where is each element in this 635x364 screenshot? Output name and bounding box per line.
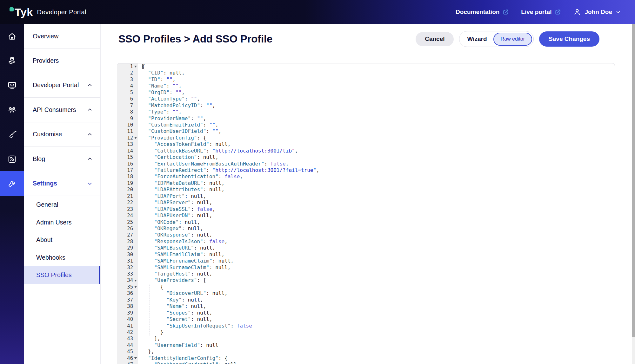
user-name: John Doe — [585, 9, 612, 16]
code-line-text[interactable]: "LDAPUseSSL": false, — [138, 206, 615, 212]
code-line-text[interactable]: "ExrtactUserNameFromBasicAuthHeader": fa… — [138, 161, 615, 167]
documentation-link[interactable]: Documentation — [456, 9, 509, 16]
code-line-text[interactable]: "OKResponse": null, — [138, 232, 615, 238]
editor-line: 36 "DiscoverURL": null, — [117, 290, 615, 296]
code-line-text[interactable]: "TargetHost": null, — [138, 271, 615, 277]
sidebar-item-overview[interactable]: Overview — [24, 24, 100, 49]
code-line-text[interactable]: "ActionType": "", — [138, 96, 615, 102]
rail-item-developer-portal[interactable] — [0, 73, 24, 98]
line-number-gutter: 21 — [117, 193, 138, 199]
code-line-text[interactable]: "Type": "", — [138, 109, 615, 115]
fold-zone — [133, 280, 138, 282]
sidebar-item-api-consumers[interactable]: API Consumers — [24, 98, 100, 122]
code-line-text[interactable]: "Scopes": null, — [138, 310, 615, 316]
sidebar-item-customise[interactable]: Customise — [24, 122, 100, 147]
rail-item-overview[interactable] — [0, 24, 24, 49]
code-line-text[interactable]: "ProviderConfig": { — [138, 135, 615, 141]
editor-line: 37 "Key": null, — [117, 297, 615, 303]
code-line-text[interactable]: "SAMLForenameClaim": null, — [138, 258, 615, 264]
code-line-text[interactable]: "Secret": null, — [138, 316, 615, 322]
vertical-scrollbar[interactable] — [632, 24, 635, 364]
sidebar-item-sso-profiles[interactable]: SSO Profiles — [24, 266, 100, 284]
code-line-text[interactable]: "OrgID": "", — [138, 89, 615, 96]
code-line-text[interactable]: "DashboardCredential": null — [138, 361, 615, 364]
fold-arrow-icon[interactable] — [134, 137, 137, 139]
sidebar-item-admin-users[interactable]: Admin Users — [24, 213, 100, 231]
editor-line: 41 "SkipUserInfoRequest": false — [117, 323, 615, 329]
code-line-text[interactable]: "ProviderName": "", — [138, 115, 615, 122]
save-changes-button[interactable]: Save Changes — [539, 31, 599, 47]
live-portal-link[interactable]: Live portal — [521, 9, 561, 16]
code-line-text[interactable]: "ResponseIsJson": false, — [138, 238, 615, 245]
code-line-text[interactable]: "CustomEmailField": "", — [138, 122, 615, 128]
code-line-text[interactable]: "OKRegex": null, — [138, 225, 615, 232]
code-line-text[interactable]: { — [138, 284, 615, 290]
code-line-text[interactable]: "ForceAuthentication": false, — [138, 173, 615, 180]
json-code-editor[interactable]: 1{2 "CID": null,3 "ID": "",4 "Name": "",… — [117, 63, 615, 364]
topbar: Tyk Developer Portal Documentation Live … — [0, 0, 635, 24]
code-line-text[interactable]: "DiscoverURL": null, — [138, 290, 615, 296]
line-number: 25 — [119, 219, 133, 225]
code-line-text[interactable]: "IdentityHandlerConfig": { — [138, 355, 615, 361]
code-line-text[interactable]: "Name": "", — [138, 83, 615, 89]
code-line-text[interactable]: ], — [138, 335, 615, 342]
code-line-text[interactable]: { — [138, 63, 615, 70]
code-line-text[interactable]: "MatchedPolicyID": "", — [138, 102, 615, 109]
code-line-text[interactable]: "CertLocation": null, — [138, 154, 615, 160]
editor-line: 40 "Secret": null, — [117, 316, 615, 322]
tyk-logo[interactable]: Tyk Developer Portal — [10, 7, 86, 17]
editor-line: 21 "LDAPPort": null, — [117, 193, 615, 199]
code-line-text[interactable]: "LDAPPort": null, — [138, 193, 615, 199]
fold-arrow-icon[interactable] — [134, 357, 137, 359]
line-number: 5 — [119, 89, 133, 96]
code-line-text[interactable]: "FailureRedirect": "http://localhost:300… — [138, 167, 615, 173]
line-number: 19 — [119, 180, 133, 186]
fold-arrow-icon[interactable] — [134, 280, 137, 282]
cancel-button[interactable]: Cancel — [416, 32, 454, 46]
code-line-text[interactable]: }, — [138, 348, 615, 355]
sidebar-item-label: Overview — [33, 33, 58, 40]
code-line-text[interactable]: "ID": "", — [138, 76, 615, 83]
code-line-text[interactable]: "CID": null, — [138, 70, 615, 76]
code-line-text[interactable]: "CallbackBaseURL": "http://localhost:300… — [138, 148, 615, 154]
line-number: 17 — [119, 167, 133, 173]
code-line-text[interactable]: "SAMLSurnameClaim": null, — [138, 264, 615, 271]
code-line-text[interactable]: "IDPMetaDataURL": null, — [138, 180, 615, 186]
sidebar-item-developer-portal[interactable]: Developer Portal — [24, 73, 100, 98]
chevron-up-icon — [87, 132, 92, 137]
code-line-text[interactable]: "Key": null, — [138, 297, 615, 303]
sidebar-item-settings[interactable]: Settings — [24, 171, 100, 196]
editor-line: 44 "UsernameField": null — [117, 342, 615, 348]
rail-item-blog[interactable] — [0, 147, 24, 171]
sidebar-item-general[interactable]: General — [24, 196, 100, 214]
code-line-text[interactable]: "UsernameField": null — [138, 342, 615, 348]
code-line-text[interactable]: "Name": null, — [138, 303, 615, 309]
sidebar-item-blog[interactable]: Blog — [24, 147, 100, 171]
code-line-text[interactable]: "SkipUserInfoRequest": false — [138, 323, 615, 329]
code-line-text[interactable]: "SAMLBaseURL": null, — [138, 245, 615, 251]
fold-arrow-icon[interactable] — [134, 286, 137, 288]
code-line-text[interactable]: "LDAPUserDN": null, — [138, 212, 615, 219]
code-line-text[interactable]: "UseProviders": [ — [138, 277, 615, 283]
fold-arrow-icon[interactable] — [134, 66, 137, 68]
rail-item-providers[interactable] — [0, 49, 24, 73]
code-line-text[interactable]: "CustomUserIDField": "", — [138, 128, 615, 134]
code-line-text[interactable]: "LDAPAttributes": null, — [138, 186, 615, 193]
scrollbar-thumb[interactable] — [632, 24, 635, 337]
editor-line: 42 } — [117, 329, 615, 335]
code-line-text[interactable]: "SAMLEmailClaim": null, — [138, 251, 615, 258]
sidebar-item-webhooks[interactable]: Webhooks — [24, 249, 100, 267]
editor-line: 38 "Name": null, — [117, 303, 615, 309]
sidebar-item-about[interactable]: About — [24, 231, 100, 249]
code-line-text[interactable]: } — [138, 329, 615, 335]
rail-item-api-consumers[interactable] — [0, 98, 24, 122]
sidebar-item-providers[interactable]: Providers — [24, 49, 100, 73]
rail-item-customise[interactable] — [0, 122, 24, 147]
code-line-text[interactable]: "OKCode": null, — [138, 219, 615, 225]
wizard-toggle-button[interactable]: Wizard — [459, 36, 493, 42]
rail-item-settings[interactable] — [0, 171, 24, 196]
raw-editor-toggle-button[interactable]: Raw editor — [493, 33, 532, 46]
code-line-text[interactable]: "AccessTokenField": null, — [138, 141, 615, 147]
code-line-text[interactable]: "LDAPServer": null, — [138, 199, 615, 206]
user-menu[interactable]: John Doe — [573, 8, 621, 16]
